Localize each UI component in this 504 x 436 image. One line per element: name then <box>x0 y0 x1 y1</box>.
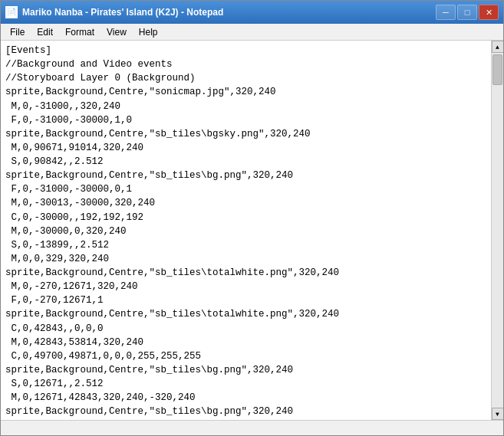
window-title: Mariko Nanba - Pirates' Island (K2J) - N… <box>22 7 223 18</box>
close-button[interactable]: ✕ <box>479 5 499 20</box>
minimize-button[interactable]: ─ <box>436 5 456 20</box>
menu-help[interactable]: Help <box>133 25 164 39</box>
menu-bar: File Edit Format View Help <box>1 24 503 41</box>
scrollbar: ▲ ▼ <box>491 41 503 420</box>
scroll-track[interactable] <box>492 53 503 408</box>
text-editor[interactable]: [Events] //Background and Video events /… <box>1 41 491 420</box>
editor-area: [Events] //Background and Video events /… <box>1 41 503 420</box>
menu-view[interactable]: View <box>100 25 133 39</box>
status-bar <box>1 420 503 435</box>
menu-file[interactable]: File <box>4 25 31 39</box>
scroll-down-button[interactable]: ▼ <box>492 408 504 420</box>
main-window: 📄 Mariko Nanba - Pirates' Island (K2J) -… <box>0 0 504 436</box>
title-bar: 📄 Mariko Nanba - Pirates' Island (K2J) -… <box>1 1 503 24</box>
menu-format[interactable]: Format <box>59 25 100 39</box>
title-bar-left: 📄 Mariko Nanba - Pirates' Island (K2J) -… <box>5 6 223 18</box>
scroll-up-button[interactable]: ▲ <box>492 41 504 53</box>
scroll-thumb[interactable] <box>492 54 502 85</box>
title-bar-buttons: ─ □ ✕ <box>436 5 499 20</box>
maximize-button[interactable]: □ <box>457 5 477 20</box>
notepad-icon: 📄 <box>5 6 18 18</box>
menu-edit[interactable]: Edit <box>31 25 59 39</box>
